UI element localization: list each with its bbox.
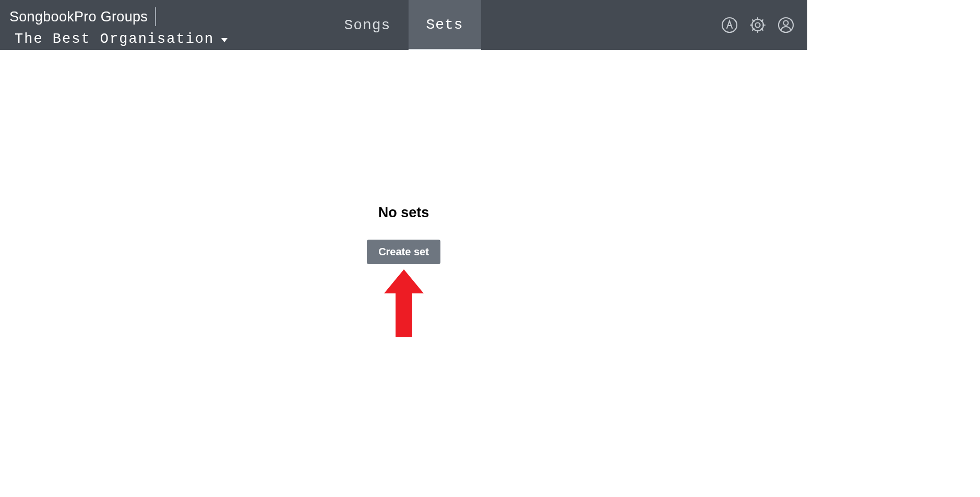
header-right bbox=[721, 0, 795, 50]
svg-point-4 bbox=[784, 21, 788, 26]
app-title-row: SongbookPro Groups bbox=[9, 7, 228, 26]
app-header: SongbookPro Groups The Best Organisation… bbox=[0, 0, 807, 50]
chevron-down-icon bbox=[221, 38, 228, 42]
title-divider bbox=[155, 7, 156, 26]
gear-icon[interactable] bbox=[749, 16, 767, 34]
organisation-dropdown[interactable]: The Best Organisation bbox=[9, 31, 228, 47]
arrow-up-annotation bbox=[382, 268, 426, 341]
empty-state-heading: No sets bbox=[378, 205, 429, 221]
tab-songs[interactable]: Songs bbox=[326, 0, 408, 50]
svg-point-1 bbox=[756, 23, 760, 28]
person-circle-icon[interactable] bbox=[777, 16, 795, 34]
create-set-button[interactable]: Create set bbox=[367, 240, 440, 264]
svg-point-2 bbox=[752, 19, 763, 31]
main-content: No sets Create set bbox=[0, 50, 807, 341]
main-tabs: Songs Sets bbox=[326, 0, 481, 50]
header-left: SongbookPro Groups The Best Organisation bbox=[0, 0, 228, 50]
admin-icon[interactable] bbox=[721, 16, 738, 34]
tab-sets[interactable]: Sets bbox=[408, 0, 481, 50]
organisation-name: The Best Organisation bbox=[15, 31, 214, 47]
app-title: SongbookPro Groups bbox=[9, 9, 148, 25]
